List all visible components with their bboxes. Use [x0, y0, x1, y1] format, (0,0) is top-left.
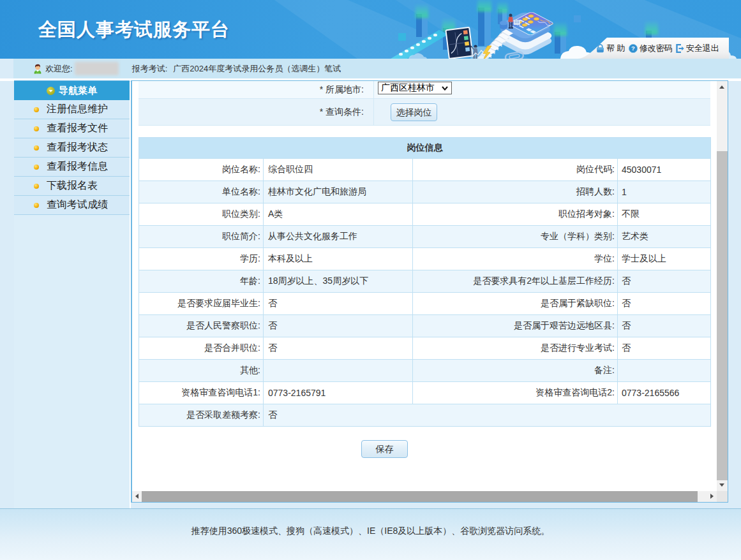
- table-row: 是否采取差额考察:否: [139, 404, 711, 427]
- topbar-actions: 帮 助 ? 修改密码 安全退出: [596, 38, 719, 59]
- table-row: 年龄:18周岁以上、35周岁以下是否要求具有2年以上基层工作经历:否: [139, 270, 711, 293]
- row-label: 资格审查咨询电话2:: [413, 382, 618, 404]
- content-area: * 所属地市: 广西区桂林市 * 查询条件: 选择岗位 岗位信息 岗位名称:综合…: [132, 81, 717, 491]
- row-label: 专业（学科）类别:: [413, 226, 618, 248]
- row-value: 1: [618, 181, 711, 203]
- row-value: 否: [264, 293, 413, 315]
- row-label: 岗位代码:: [413, 159, 618, 181]
- greeting-label: 欢迎您:: [45, 63, 73, 75]
- sidebar-item-label: 查看报考文件: [47, 122, 108, 135]
- row-label: 是否人民警察职位:: [139, 315, 264, 337]
- content-panel: * 所属地市: 广西区桂林市 * 查询条件: 选择岗位 岗位信息 岗位名称:综合…: [131, 80, 728, 503]
- region-row: * 所属地市: 广西区桂林市: [138, 81, 710, 99]
- sidebar-item-2[interactable]: 查看报考状态: [14, 138, 130, 158]
- change-password-label: 修改密码: [640, 43, 673, 54]
- row-label: 是否属于艰苦边远地区县:: [413, 315, 618, 337]
- region-select[interactable]: 广西区桂林市: [378, 82, 452, 94]
- row-value: 0773-2165566: [618, 382, 711, 404]
- sidebar-item-4[interactable]: 下载报名表: [14, 177, 130, 196]
- row-value: 否: [618, 293, 711, 315]
- vertical-scrollbar-thumb[interactable]: [717, 151, 728, 480]
- row-value: 18周岁以上、35周岁以下: [264, 270, 413, 293]
- sidebar-item-0[interactable]: 注册信息维护: [14, 100, 130, 119]
- bullet-icon: [34, 165, 39, 170]
- row-value: 从事公共文化服务工作: [264, 226, 413, 248]
- sidebar-item-1[interactable]: 查看报考文件: [14, 119, 130, 138]
- change-password-button[interactable]: ? 修改密码: [629, 43, 673, 54]
- row-label: 职位简介:: [139, 226, 264, 248]
- chevron-down-icon: [47, 87, 55, 95]
- post-info-table: 岗位信息 岗位名称:综合职位四岗位代码:45030071单位名称:桂林市文化广电…: [138, 137, 711, 427]
- footer-text: 推荐使用360极速模式、搜狗（高速模式）、IE（IE8及以上版本）、谷歌浏览器访…: [0, 526, 741, 537]
- scroll-left-arrow-icon[interactable]: [135, 494, 138, 499]
- query-form: * 所属地市: 广西区桂林市 * 查询条件: 选择岗位: [138, 81, 710, 126]
- sidebar-menu: 注册信息维护查看报考文件查看报考状态查看报考信息下载报名表查询考试成绩: [14, 100, 130, 215]
- row-label: 职位招考对象:: [413, 203, 618, 226]
- row-label: 备注:: [413, 360, 618, 382]
- table-row: 是否要求应届毕业生:否是否属于紧缺职位:否: [139, 293, 711, 315]
- table-row: 岗位名称:综合职位四岗位代码:45030071: [139, 159, 711, 181]
- sidebar-item-label: 查询考试成绩: [47, 198, 108, 212]
- row-value: 否: [618, 337, 711, 360]
- row-label: 单位名称:: [139, 181, 264, 203]
- logout-button[interactable]: 安全退出: [676, 43, 719, 54]
- row-label: 学历:: [139, 248, 264, 270]
- horizontal-scrollbar-thumb[interactable]: [142, 491, 698, 502]
- help-button[interactable]: 帮 助: [596, 43, 625, 54]
- scroll-right-arrow-icon[interactable]: [710, 494, 714, 499]
- select-post-button[interactable]: 选择岗位: [391, 103, 437, 121]
- bullet-icon: [34, 203, 39, 208]
- row-label: 年龄:: [139, 270, 264, 293]
- row-label: 学位:: [413, 248, 618, 270]
- row-value: 桂林市文化广电和旅游局: [264, 181, 413, 203]
- row-label: 岗位名称:: [139, 159, 264, 181]
- table-row: 资格审查咨询电话1:0773-2165791资格审查咨询电话2:0773-216…: [139, 382, 711, 404]
- row-label: 资格审查咨询电话1:: [139, 382, 264, 404]
- row-value: 综合职位四: [264, 159, 413, 181]
- row-value: 本科及以上: [264, 248, 413, 270]
- page-title: 全国人事考试服务平台: [38, 17, 230, 43]
- row-value: 否: [264, 337, 413, 360]
- row-value: 0773-2165791: [264, 382, 413, 404]
- table-title: 岗位信息: [139, 138, 711, 159]
- row-value: 否: [618, 270, 711, 293]
- row-value: 45030071: [618, 159, 711, 181]
- row-label: 是否采取差额考察:: [139, 404, 264, 427]
- row-value: 不限: [618, 203, 711, 226]
- user-avatar-icon: [33, 63, 43, 74]
- row-label: 是否要求应届毕业生:: [139, 293, 264, 315]
- vertical-scrollbar[interactable]: [717, 81, 728, 491]
- table-row: 是否合并职位:否是否进行专业考试:否: [139, 337, 711, 360]
- sidebar-item-5[interactable]: 查询考试成绩: [14, 196, 130, 215]
- row-value: A类: [264, 203, 413, 226]
- bullet-icon: [34, 107, 39, 112]
- row-label: 是否属于紧缺职位:: [413, 293, 618, 315]
- sidebar: 导航菜单 注册信息维护查看报考文件查看报考状态查看报考信息下载报名表查询考试成绩: [14, 80, 130, 509]
- bullet-icon: [34, 126, 39, 131]
- sidebar-item-label: 注册信息维护: [47, 103, 108, 116]
- table-head: 岗位信息: [139, 138, 711, 159]
- table-row: 职位类别:A类职位招考对象:不限: [139, 203, 711, 226]
- scroll-up-arrow-icon[interactable]: [719, 85, 724, 89]
- sidebar-item-label: 下载报名表: [47, 179, 98, 193]
- row-label: 职位类别:: [139, 203, 264, 226]
- table-row: 是否人民警察职位:否是否属于艰苦边远地区县:否: [139, 315, 711, 337]
- exam-name: 广西2024年度考试录用公务员（选调生）笔试: [173, 63, 341, 75]
- table-row: 其他:备注:: [139, 360, 711, 382]
- sidebar-item-3[interactable]: 查看报考信息: [14, 158, 130, 177]
- sidebar-item-label: 查看报考信息: [47, 160, 108, 173]
- svg-text:?: ?: [631, 45, 635, 52]
- row-label: 是否进行专业考试:: [413, 337, 618, 360]
- monitor-icon: [445, 27, 472, 59]
- scroll-down-arrow-icon[interactable]: [719, 483, 724, 487]
- save-button[interactable]: 保存: [361, 440, 408, 458]
- row-label: 是否合并职位:: [139, 337, 264, 360]
- row-value: 学士及以上: [618, 248, 711, 270]
- logout-icon: [676, 44, 684, 53]
- row-value: 否: [264, 404, 711, 427]
- footer: 推荐使用360极速模式、搜狗（高速模式）、IE（IE8及以上版本）、谷歌浏览器访…: [0, 508, 741, 560]
- horizontal-scrollbar[interactable]: [132, 491, 717, 502]
- table-row: 单位名称:桂林市文化广电和旅游局招聘人数:1: [139, 181, 711, 203]
- exam-label: 报考考试:: [132, 63, 168, 75]
- lock-icon: [596, 44, 604, 53]
